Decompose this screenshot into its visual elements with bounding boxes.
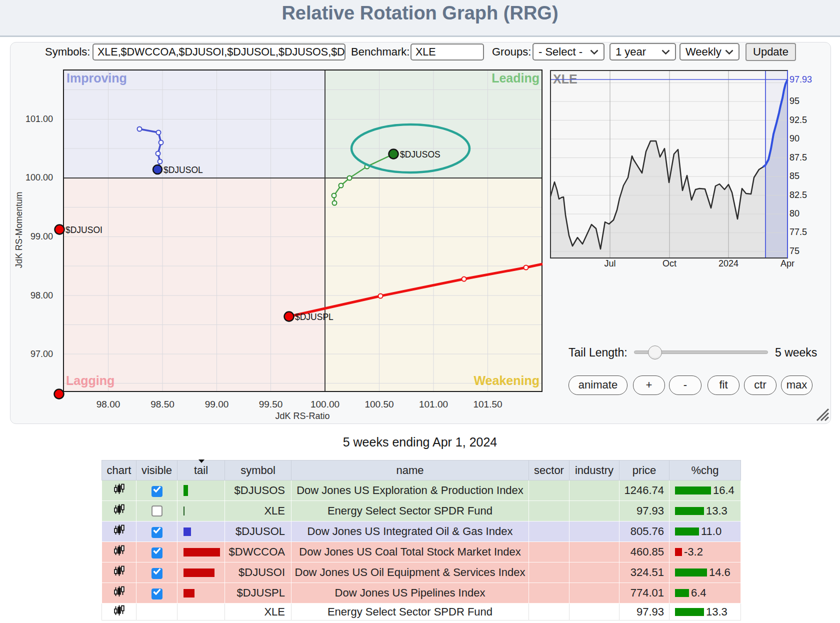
svg-text:98.50: 98.50 (150, 399, 174, 410)
svg-text:Lagging: Lagging (66, 374, 114, 388)
svg-text:82.5: 82.5 (790, 190, 807, 200)
svg-text:$DJUSOI: $DJUSOI (66, 225, 102, 235)
svg-text:JdK RS-Ratio: JdK RS-Ratio (275, 411, 330, 421)
svg-text:Jul: Jul (604, 258, 616, 268)
svg-text:JdK RS-Momentum: JdK RS-Momentum (14, 192, 24, 268)
svg-text:101.00: 101.00 (419, 399, 448, 410)
svg-text:Apr: Apr (780, 258, 794, 268)
svg-text:85: 85 (790, 171, 800, 181)
svg-text:92.5: 92.5 (790, 115, 807, 125)
svg-text:98.00: 98.00 (30, 290, 53, 300)
svg-text:97.93: 97.93 (790, 74, 812, 84)
svg-text:77.5: 77.5 (790, 227, 807, 237)
svg-text:99.50: 99.50 (259, 399, 283, 410)
svg-text:98.00: 98.00 (96, 399, 120, 410)
svg-text:100.00: 100.00 (26, 172, 53, 182)
svg-text:Weakening: Weakening (474, 374, 540, 388)
svg-text:75: 75 (790, 246, 800, 256)
svg-text:Leading: Leading (492, 71, 540, 85)
svg-text:101.50: 101.50 (473, 399, 502, 410)
svg-text:Improving: Improving (66, 71, 127, 85)
svg-text:99.00: 99.00 (205, 399, 229, 410)
svg-text:90: 90 (790, 134, 800, 144)
svg-text:Oct: Oct (662, 258, 676, 268)
svg-text:XLE: XLE (553, 72, 578, 86)
svg-text:2024: 2024 (718, 258, 738, 268)
svg-text:87.5: 87.5 (790, 152, 807, 162)
svg-text:100.50: 100.50 (364, 399, 394, 410)
svg-text:95: 95 (790, 96, 800, 106)
svg-text:97.00: 97.00 (30, 349, 53, 359)
svg-text:99.00: 99.00 (30, 232, 53, 242)
svg-text:$DJUSPL: $DJUSPL (295, 312, 334, 322)
svg-text:$DJUSOS: $DJUSOS (400, 150, 440, 160)
svg-text:80: 80 (790, 208, 800, 218)
svg-text:100.00: 100.00 (310, 399, 340, 410)
svg-text:$DJUSOL: $DJUSOL (164, 165, 203, 175)
svg-text:101.00: 101.00 (26, 114, 53, 124)
